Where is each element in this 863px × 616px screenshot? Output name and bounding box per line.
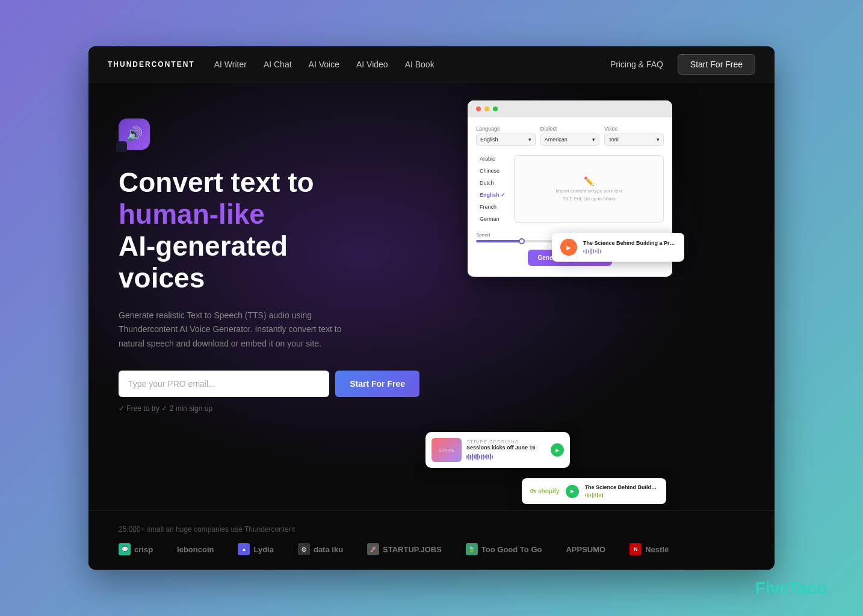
- speed-thumb[interactable]: [519, 238, 525, 244]
- hero-title: Convert text to human-like AI-generated …: [119, 167, 419, 294]
- nav-links: AI Writer AI Chat AI Voice AI Video AI B…: [214, 60, 591, 69]
- wave-2: [586, 249, 587, 254]
- sw-14: [490, 454, 491, 460]
- navbar: THUNDERCONTENT AI Writer AI Chat AI Voic…: [88, 46, 775, 82]
- logo-dataiku: ◎ data iku: [298, 543, 343, 555]
- nav-ai-video[interactable]: AI Video: [356, 60, 388, 69]
- language-value: English: [480, 137, 498, 143]
- speed-fill: [476, 240, 522, 242]
- logo-toogoodtogo: 🍃 Too Good To Go: [466, 543, 542, 555]
- sw-2: [468, 454, 469, 460]
- wave-7: [598, 248, 599, 254]
- play-button-shopify[interactable]: ▶: [566, 485, 579, 498]
- dialect-col: Dialect American ▾: [540, 126, 600, 146]
- nav-pricing[interactable]: Pricing & FAQ: [610, 60, 663, 69]
- sw-12: [486, 454, 487, 460]
- nestle-icon: N: [629, 543, 642, 555]
- hero-right: Language English ▾ Dialect American ▾: [419, 100, 672, 510]
- ui-card-header: [468, 100, 672, 117]
- voice-icon-badge: 🔊: [119, 119, 150, 150]
- speaker-icon: 🔊: [126, 126, 143, 142]
- nav-cta-button[interactable]: Start For Free: [678, 54, 755, 75]
- lang-dutch[interactable]: Dutch: [476, 177, 509, 189]
- audio-card-1: ▶ The Science Behind Building a Profitab…: [552, 233, 684, 262]
- sw-3: [470, 455, 471, 460]
- wave-8: [600, 250, 601, 253]
- text-area-hint-line1: Import content or type your text: [555, 188, 622, 194]
- chevron-down-icon3: ▾: [657, 137, 660, 143]
- form-top-row: Language English ▾ Dialect American ▾: [476, 126, 664, 146]
- text-area-hint-line2: TXT, Pdf, Url up to 50mb: [563, 196, 616, 202]
- lydia-icon: ▲: [238, 543, 250, 555]
- text-area[interactable]: ✏️ Import content or type your text TXT,…: [514, 155, 664, 223]
- dialect-select[interactable]: American ▾: [540, 134, 600, 146]
- sw-7: [477, 454, 478, 460]
- swv-5: [595, 493, 596, 497]
- logo-crisp: 💬 crisp: [119, 543, 153, 555]
- hero-title-line1: Convert text to: [119, 167, 314, 198]
- language-label: Language: [476, 126, 536, 132]
- nav-ai-chat[interactable]: AI Chat: [264, 60, 292, 69]
- sessions-brand: STRIPE SESSIONS: [466, 439, 546, 445]
- sw-8: [479, 455, 480, 459]
- sessions-waveform: [466, 453, 546, 461]
- nav-right: Pricing & FAQ Start For Free: [610, 54, 755, 75]
- nav-ai-writer[interactable]: AI Writer: [214, 60, 247, 69]
- swv-8: [602, 493, 603, 497]
- language-select[interactable]: English ▾: [476, 134, 536, 146]
- lang-german[interactable]: German: [476, 213, 509, 225]
- dataiku-label: data iku: [314, 545, 343, 554]
- language-list: Arabic Chinese Dutch English ✓ French Ge…: [476, 150, 509, 227]
- window-dot-red: [476, 106, 481, 111]
- sw-1: [466, 455, 468, 459]
- hero-form: Start For Free: [119, 371, 419, 397]
- sw-11: [484, 455, 486, 458]
- window-dot-green: [493, 106, 498, 111]
- sw-13: [488, 455, 489, 459]
- swv-3: [590, 494, 591, 497]
- wave-6: [595, 250, 596, 253]
- browser-window: THUNDERCONTENT AI Writer AI Chat AI Voic…: [88, 46, 775, 570]
- speed-label: Speed: [476, 232, 490, 238]
- nestle-label: Nestlé: [645, 545, 669, 554]
- shopify-label: shopify: [538, 488, 560, 494]
- appsumo-label: APPSUMO: [566, 545, 605, 554]
- swv-7: [599, 494, 601, 497]
- leboncoin-label: leboncoin: [177, 545, 214, 554]
- hero-title-line3: voices: [119, 262, 205, 294]
- logo-leboncoin: leboncoin: [177, 545, 214, 554]
- play-button-1[interactable]: ▶: [560, 239, 577, 256]
- email-input[interactable]: [119, 371, 329, 397]
- lang-french[interactable]: French: [476, 201, 509, 213]
- nav-ai-book[interactable]: AI Book: [405, 60, 435, 69]
- hero-description: Generate realistic Text to Speech (TTS) …: [119, 309, 359, 351]
- sessions-thumbnail: STRIPE: [432, 438, 462, 462]
- sw-10: [483, 454, 484, 460]
- lang-english[interactable]: English ✓: [476, 189, 509, 201]
- sessions-card: STRIPE STRIPE SESSIONS Sessions kicks of…: [425, 432, 570, 468]
- shopify-audio-info: The Science Behind Building a Profitable…: [585, 484, 658, 498]
- logo-lydia: ▲ Lydia: [238, 543, 273, 555]
- crisp-icon: 💬: [119, 543, 131, 555]
- nav-ai-voice[interactable]: AI Voice: [309, 60, 339, 69]
- swv-2: [587, 493, 589, 497]
- sw-15: [492, 455, 493, 459]
- hero-meta-text: ✓ Free to try ✓ 2 min sign up: [119, 404, 419, 413]
- hero-cta-button[interactable]: Start For Free: [335, 371, 419, 397]
- audio-card-shopify: 🛍 shopify ▶ The Science Behind Building …: [522, 478, 666, 504]
- play-button-sessions[interactable]: ▶: [551, 443, 564, 457]
- startupjobs-label: STARTUP.JOBS: [383, 545, 442, 554]
- edit-icon: ✏️: [584, 176, 594, 186]
- fivetaco-suffix: Taco: [789, 579, 827, 597]
- audio-info-1: The Science Behind Building a Profitable…: [583, 240, 676, 255]
- toogoodtogo-label: Too Good To Go: [481, 545, 542, 554]
- voice-label: Voice: [604, 126, 664, 132]
- logo-appsumo: APPSUMO: [566, 545, 605, 554]
- voice-select[interactable]: Toni ▾: [604, 134, 664, 146]
- wave-1: [583, 250, 584, 253]
- chevron-down-icon: ▾: [528, 137, 531, 143]
- shopify-bag-icon: 🛍: [530, 488, 536, 494]
- voice-col: Voice Toni ▾: [604, 126, 664, 146]
- lang-chinese[interactable]: Chinese: [476, 165, 509, 177]
- lang-arabic[interactable]: Arabic: [476, 153, 509, 165]
